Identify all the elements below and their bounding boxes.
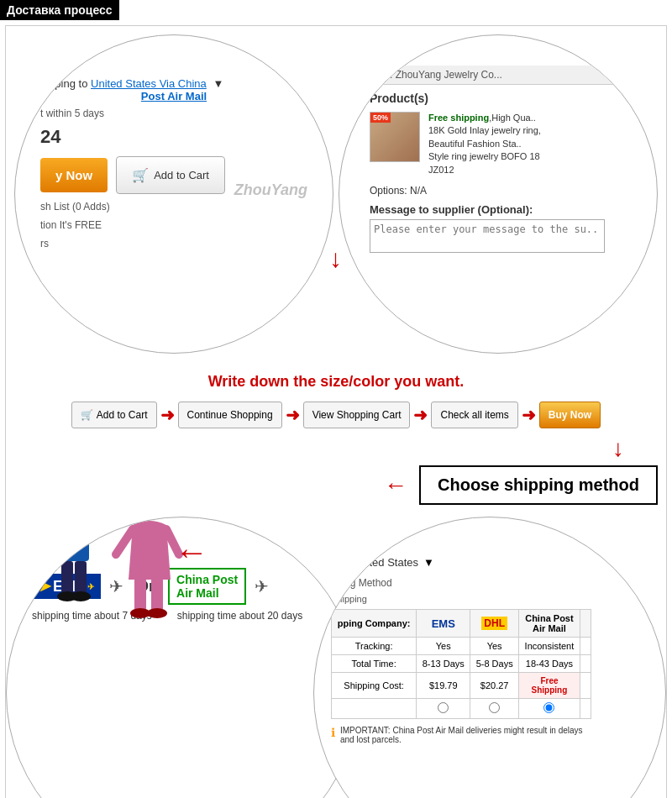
protection-text-2: rs — [40, 238, 307, 249]
products-label: Product(s) — [370, 92, 628, 105]
left-arrow: ← — [384, 472, 407, 499]
message-section: Message to supplier (Optional): — [370, 203, 628, 255]
table-row-time: Total Time: 8-13 Days 5-8 Days 18-43 Day… — [332, 655, 591, 673]
choose-shipping-row: ← Choose shipping method — [14, 465, 658, 505]
check-items-button[interactable]: Check all items — [431, 402, 517, 428]
svg-rect-10 — [61, 561, 73, 595]
table-row-cost: Shipping Cost: $19.79 $20.27 FreeShippin… — [332, 673, 591, 699]
product-row: 50% Free shipping,High Qua..18K Gold Inl… — [370, 112, 628, 176]
svg-rect-6 — [87, 517, 108, 522]
col-header-extra — [580, 610, 591, 638]
continue-shopping-button[interactable]: Continue Shopping — [178, 402, 282, 428]
important-note-text: IMPORTANT: China Post Air Mail deliverie… — [340, 726, 591, 744]
cell-tracking-dhl: Yes — [470, 638, 519, 655]
choose-shipping-box: Choose shipping method — [419, 465, 658, 505]
shipping-country-link[interactable]: United States Via China — [91, 77, 207, 90]
table-row-tracking: Tracking: Yes Yes Inconsistent — [332, 638, 591, 655]
svg-rect-19 — [151, 578, 163, 612]
cell-cost-extra — [580, 673, 591, 699]
important-note: ℹ IMPORTANT: China Post Air Mail deliver… — [331, 726, 591, 744]
down-arrow: ↓ — [6, 435, 624, 462]
svg-point-21 — [147, 608, 167, 618]
cell-time-extra — [580, 655, 591, 673]
message-input[interactable] — [370, 219, 605, 253]
country-dropdown-icon[interactable]: ▼ — [423, 556, 434, 569]
bottom-section: ➤ EMS ✈ ✈ Or China PostAir Mail ✈ shippi… — [6, 508, 666, 798]
delivery-illustration — [24, 517, 192, 622]
step-arrow-1: ➜ — [160, 405, 175, 425]
dropdown-arrow[interactable]: ▼ — [213, 77, 223, 90]
cell-cost-ems: $19.79 — [417, 673, 470, 699]
buy-now-step-button[interactable]: Buy Now — [539, 402, 601, 428]
cell-radio-ems[interactable] — [417, 699, 470, 719]
radio-ems[interactable] — [438, 702, 449, 713]
wish-list-text: sh List (0 Adds) — [40, 201, 307, 213]
cell-radio-extra — [580, 699, 591, 719]
choose-shipping-label: Choose shipping method — [438, 475, 639, 494]
cell-time-dhl: 5-8 Days — [470, 655, 519, 673]
shipping-method-section-label: pping Method — [331, 577, 648, 589]
product-price: 24 — [40, 126, 307, 148]
product-image: 50% — [370, 112, 420, 162]
product-description: Free shipping,High Qua..18K Gold Inlay j… — [428, 112, 541, 176]
step-arrow-3: ➜ — [413, 405, 428, 425]
shipping-options-circle: ➤ EMS ✈ ✈ Or China PostAir Mail ✈ shippi… — [6, 517, 359, 798]
watermark: ZhouYang — [234, 181, 307, 199]
page-title: Доставка процесс — [0, 0, 119, 20]
cell-cost-china-free: FreeShipping — [519, 673, 580, 699]
svg-rect-18 — [134, 578, 146, 612]
cell-cost-dhl: $20.27 — [470, 673, 519, 699]
buy-now-step-label: Buy Now — [549, 409, 591, 421]
radio-china[interactable] — [543, 702, 554, 713]
cart-step-icon: 🛒 — [81, 409, 93, 421]
shipping-method-name: Post Air Mail — [40, 90, 307, 102]
col-header-dhl: DHL — [470, 610, 519, 638]
china-post-plane-icon: ✈ — [255, 576, 269, 596]
cell-radio-china[interactable] — [519, 699, 580, 719]
dhl-header-icon: DHL — [481, 617, 507, 630]
shipping-label-sub: Shipping — [331, 594, 648, 604]
protection-text: tion It's FREE — [40, 219, 307, 231]
china-post-time-text: shipping time about 20 days — [177, 610, 302, 622]
cell-radio-label — [332, 699, 417, 719]
cell-tracking-extra — [580, 638, 591, 655]
info-icon: ℹ — [331, 726, 335, 739]
view-cart-label: View Shopping Cart — [312, 409, 402, 421]
product-detail-circle: hipping to United States Via China ▼ Pos… — [14, 34, 333, 354]
write-down-instruction: Write down the size/color you want. — [6, 373, 666, 391]
shipping-table-circle: United States ▼ pping Method Shipping pp… — [313, 517, 666, 798]
cell-time-label: Total Time: — [332, 655, 417, 673]
table-row-radio — [332, 699, 591, 719]
add-to-cart-label: Add to Cart — [154, 169, 209, 181]
buy-now-button[interactable]: y Now — [40, 158, 108, 192]
add-to-cart-step-button[interactable]: 🛒 Add to Cart — [71, 402, 157, 428]
step-arrow-4: ➜ — [522, 405, 536, 425]
seller-bar: ller: ZhouYang Jewelry Co... — [370, 66, 628, 85]
view-cart-button[interactable]: View Shopping Cart — [303, 402, 411, 428]
col-header-ems: EMS — [417, 610, 470, 638]
cell-tracking-china: Inconsistent — [519, 638, 580, 655]
col-header-china-post: China PostAir Mail — [519, 610, 580, 638]
main-container: hipping to United States Via China ▼ Pos… — [5, 25, 667, 798]
cell-time-ems: 8-13 Days — [417, 655, 470, 673]
cell-time-china: 18-43 Days — [519, 655, 580, 673]
order-form-circle: ller: ZhouYang Jewelry Co... Product(s) … — [339, 34, 658, 354]
step-flow: 🛒 Add to Cart ➜ Continue Shopping ➜ View… — [14, 402, 658, 428]
shipping-comparison-table: pping Company: EMS DHL China PostAir Mai… — [331, 609, 591, 719]
radio-dhl[interactable] — [489, 702, 500, 713]
svg-point-13 — [71, 591, 91, 601]
top-section: hipping to United States Via China ▼ Pos… — [6, 26, 666, 370]
delivery-svg — [24, 517, 192, 622]
message-label: Message to supplier (Optional): — [370, 203, 628, 216]
product-free-shipping: Free shipping — [428, 113, 489, 123]
arrow-connector: ↓ — [329, 244, 342, 273]
check-items-label: Check all items — [440, 409, 508, 421]
shipping-text: hipping to United States Via China ▼ Pos… — [40, 77, 307, 102]
cart-icon: 🛒 — [132, 167, 149, 183]
add-to-cart-step-label: Add to Cart — [97, 409, 148, 421]
cell-cost-label: Shipping Cost: — [332, 673, 417, 699]
cell-radio-dhl[interactable] — [470, 699, 519, 719]
product-badge: 50% — [370, 113, 391, 123]
add-to-cart-button[interactable]: 🛒 Add to Cart — [116, 156, 225, 194]
svg-rect-11 — [75, 561, 87, 595]
